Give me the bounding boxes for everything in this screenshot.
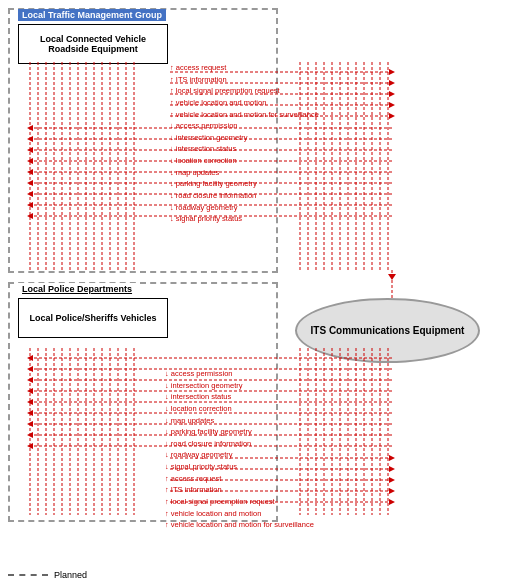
flow-label-10: ↓ map updates: [170, 167, 285, 179]
main-container: Local Traffic Management Group Local Con…: [0, 0, 505, 588]
legend-label: Planned: [54, 570, 87, 580]
flow-label-b13: ↑ vehicle location and motion: [165, 508, 285, 520]
flow-label-7: ↓ intersection geometry: [170, 132, 285, 144]
flow-label-6: ↓ access permission: [170, 120, 285, 132]
flow-label-13: ↓ roadway geometry: [170, 202, 285, 214]
flow-labels-top: ↑ access request ↑ ITS information ↑ loc…: [170, 62, 285, 225]
flow-label-b10: ↑ access request: [165, 473, 285, 485]
box-police: Local Police/Sheriffs Vehicles: [18, 298, 168, 338]
flow-label-b6: ↓ parking facility geometry: [165, 426, 285, 438]
flow-label-14: ↓ signal priority status: [170, 213, 285, 225]
flow-label-b12: ↑ local signal preemption request: [165, 496, 285, 508]
flow-label-8: ↓ intersection status: [170, 143, 285, 155]
flow-label-b8: ↓ roadway geometry: [165, 449, 285, 461]
group-traffic-label: Local Traffic Management Group: [18, 9, 166, 21]
its-label: ITS Communications Equipment: [311, 325, 465, 336]
legend-line: [8, 574, 48, 576]
flow-label-b7: ↓ road closure information: [165, 438, 285, 450]
flow-labels-bottom: ↓ access permission ↓ intersection geome…: [165, 368, 285, 531]
flow-label-b11: ↑ ITS information: [165, 484, 285, 496]
flow-label-b14: ↑ vehicle location and motion for survei…: [165, 519, 285, 531]
flow-label-b5: ↓ map updates: [165, 415, 285, 427]
flow-label-9: ↓ location correction: [170, 155, 285, 167]
flow-label-4: ↑ vehicle location and motion: [170, 97, 285, 109]
flow-label-b9: ↓ signal priority status: [165, 461, 285, 473]
flow-label-1: ↑ access request: [170, 62, 285, 74]
flow-label-3: ↑ local signal preemption request: [170, 85, 285, 97]
flow-label-b2: ↓ intersection geometry: [165, 380, 285, 392]
group-police-label: Local Police Departments: [18, 283, 136, 295]
flow-label-11: ↓ parking facility geometry: [170, 178, 285, 190]
flow-label-b3: ↓ intersection status: [165, 391, 285, 403]
its-ellipse: ITS Communications Equipment: [295, 298, 480, 363]
box-connected: Local Connected Vehicle Roadside Equipme…: [18, 24, 168, 64]
flow-label-b4: ↓ location correction: [165, 403, 285, 415]
flow-label-12: ↓ road closure information: [170, 190, 285, 202]
flow-label-b1: ↓ access permission: [165, 368, 285, 380]
svg-marker-81: [388, 274, 396, 280]
legend: Planned: [8, 570, 87, 580]
flow-label-2: ↑ ITS information: [170, 74, 285, 86]
flow-label-5: ↑ vehicle location and motion for survei…: [170, 109, 285, 121]
